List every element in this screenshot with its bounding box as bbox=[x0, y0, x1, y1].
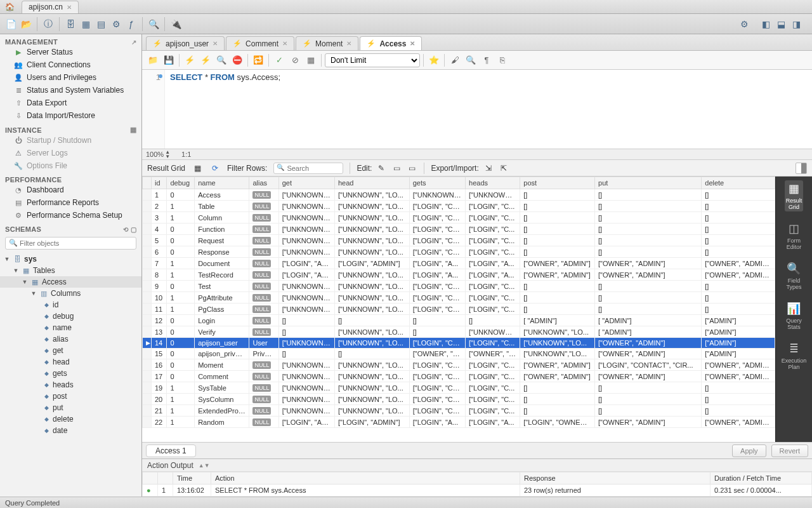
close-icon[interactable]: ✕ bbox=[410, 40, 415, 47]
sidebar-item[interactable]: ⇩Data Import/Restore bbox=[5, 109, 136, 122]
output-selector-icon[interactable]: ▲▼ bbox=[199, 462, 210, 469]
table-row[interactable]: 160MomentNULL["UNKNOWN"...["UNKNOWN", "L… bbox=[143, 359, 775, 371]
revert-button[interactable]: Revert bbox=[771, 444, 808, 457]
collapse-icon[interactable]: ↗ bbox=[131, 39, 136, 46]
sidebar-item[interactable]: ⏻Startup / Shutdown bbox=[5, 134, 136, 147]
grid-side-btn[interactable]: 📊Query Stats bbox=[785, 300, 803, 331]
table-row[interactable]: 150apijson_privacyPrivacy[][]["OWNER", "… bbox=[143, 349, 775, 359]
search-icon[interactable]: 🔍 bbox=[147, 17, 160, 31]
tree-tables[interactable]: ▼ ▦ Tables bbox=[0, 265, 141, 276]
grid-column-header[interactable]: get bbox=[278, 177, 334, 189]
table-row[interactable]: 40FunctionNULL["UNKNOWN"...["UNKNOWN", "… bbox=[143, 224, 775, 235]
tree-column[interactable]: ◆debug bbox=[0, 311, 141, 322]
tree-column[interactable]: ◆date bbox=[0, 425, 141, 436]
wrap-icon[interactable]: ¶ bbox=[480, 53, 494, 67]
close-icon[interactable]: ✕ bbox=[213, 40, 218, 47]
autocommit-icon[interactable]: ✓ bbox=[272, 53, 286, 67]
table-icon[interactable]: ▦ bbox=[79, 17, 93, 31]
table-row[interactable]: 21TableNULL["UNKNOWN"...["UNKNOWN", "LO.… bbox=[143, 201, 775, 212]
refresh-icon[interactable]: ⟳ bbox=[209, 163, 221, 174]
table-row[interactable]: 81TestRecordNULL["LOGIN", "AD...["UNKNOW… bbox=[143, 269, 775, 281]
table-row[interactable]: 201SysColumnNULL["UNKNOWN"...["UNKNOWN",… bbox=[143, 394, 775, 405]
func-icon[interactable]: ƒ bbox=[124, 17, 138, 31]
grid-column-header[interactable]: alias bbox=[249, 177, 278, 189]
apply-button[interactable]: Apply bbox=[732, 444, 766, 457]
open-icon[interactable]: 📁 bbox=[146, 53, 160, 67]
table-row[interactable]: 191SysTableNULL["UNKNOWN"...["UNKNOWN", … bbox=[143, 382, 775, 394]
panel-bottom-icon[interactable]: ⬓ bbox=[774, 17, 788, 31]
tree-column[interactable]: ◆heads bbox=[0, 379, 141, 391]
rollback-icon[interactable]: ⊘ bbox=[288, 53, 302, 67]
grid-column-header[interactable] bbox=[143, 177, 152, 189]
sidebar-item[interactable]: 👥Client Connections bbox=[5, 58, 136, 71]
table-row[interactable]: 221RandomNULL["LOGIN", "AD...["LOGIN", "… bbox=[143, 417, 775, 428]
beautify-icon[interactable]: 🖌 bbox=[448, 53, 462, 67]
table-row[interactable]: 71DocumentNULL["LOGIN", "AD...["LOGIN", … bbox=[143, 258, 775, 269]
find-icon[interactable]: 🔍 bbox=[464, 53, 478, 67]
tree-column[interactable]: ◆post bbox=[0, 391, 141, 402]
grid-icon[interactable]: ▦ bbox=[192, 163, 203, 174]
table-row[interactable]: 31ColumnNULL["UNKNOWN"...["UNKNOWN", "LO… bbox=[143, 212, 775, 224]
close-icon[interactable]: ✕ bbox=[67, 4, 72, 11]
connection-tab[interactable]: apijson.cn ✕ bbox=[22, 1, 79, 13]
table-row[interactable]: 101PgAttributeNULL["UNKNOWN"...["UNKNOWN… bbox=[143, 292, 775, 304]
tree-column[interactable]: ◆head bbox=[0, 356, 141, 368]
grid-column-header[interactable]: id bbox=[152, 177, 167, 189]
close-icon[interactable]: ✕ bbox=[282, 40, 287, 47]
close-icon[interactable]: ✕ bbox=[346, 40, 351, 47]
grid-column-header[interactable]: heads bbox=[466, 177, 520, 189]
sidebar-item[interactable]: 🔧Options File bbox=[5, 159, 136, 172]
sidebar-item[interactable]: ▤Performance Reports bbox=[5, 196, 136, 209]
limit-select[interactable]: Don't Limit bbox=[325, 53, 420, 67]
sidebar-item[interactable]: ◔Dashboard bbox=[5, 184, 136, 196]
schema-icon[interactable]: 🗄 bbox=[63, 17, 77, 31]
table-row[interactable]: 130VerifyNULL[]["UNKNOWN", "LO...[]["UNK… bbox=[143, 326, 775, 338]
grid-column-header[interactable]: delete bbox=[702, 177, 775, 189]
commit-icon[interactable]: 🔁 bbox=[251, 53, 265, 67]
table-row[interactable]: 111PgClassNULL["UNKNOWN"...["UNKNOWN", "… bbox=[143, 304, 775, 315]
table-row[interactable]: 50RequestNULL["UNKNOWN"...["UNKNOWN", "L… bbox=[143, 235, 775, 246]
grid-column-header[interactable]: head bbox=[334, 177, 409, 189]
sidebar-item[interactable]: ▶Server Status bbox=[5, 46, 136, 58]
table-row[interactable]: 120LoginNULL[][][][][ "ADMIN"][ "ADMIN"]… bbox=[143, 315, 775, 326]
tree-column[interactable]: ◆put bbox=[0, 402, 141, 413]
sidebar-item[interactable]: ≣Status and System Variables bbox=[5, 84, 136, 97]
delete-row-icon[interactable]: ▭ bbox=[406, 163, 417, 174]
grid-side-btn[interactable]: ◫Form Editor bbox=[785, 220, 803, 251]
edit-icon[interactable]: ✎ bbox=[376, 163, 387, 174]
execute-icon[interactable]: ⚡ bbox=[183, 53, 197, 67]
edit-row-icon[interactable]: ▭ bbox=[391, 163, 402, 174]
open-sql-icon[interactable]: 📂 bbox=[19, 17, 33, 31]
tree-column[interactable]: ◆gets bbox=[0, 368, 141, 379]
table-row[interactable]: ▶140apijson_userUser["UNKNOWN"...["UNKNO… bbox=[143, 338, 775, 349]
save-icon[interactable]: 💾 bbox=[162, 53, 176, 67]
tree-column[interactable]: ◆id bbox=[0, 299, 141, 311]
export-icon[interactable]: ⇲ bbox=[483, 163, 494, 174]
grid-tab[interactable]: Access 1 bbox=[146, 444, 196, 457]
file-tab[interactable]: ⚡Access✕ bbox=[360, 36, 422, 50]
new-sql-icon[interactable]: 📄 bbox=[4, 17, 18, 31]
execute-cursor-icon[interactable]: ⚡ bbox=[199, 53, 213, 67]
sidebar-item[interactable]: ⚙Performance Schema Setup bbox=[5, 209, 136, 222]
table-row[interactable]: 90TestNULL["UNKNOWN"...["UNKNOWN", "LO..… bbox=[143, 281, 775, 292]
tree-column[interactable]: ◆alias bbox=[0, 333, 141, 345]
sidebar-item[interactable]: ⇧Data Export bbox=[5, 97, 136, 109]
tree-column[interactable]: ◆name bbox=[0, 322, 141, 333]
grid-side-btn[interactable]: 🔍Field Types bbox=[785, 260, 802, 291]
reconnect-icon[interactable]: 🔌 bbox=[169, 17, 183, 31]
home-icon[interactable]: 🏠 bbox=[0, 3, 19, 11]
star-icon[interactable]: ⭐ bbox=[427, 53, 441, 67]
table-row[interactable]: 170CommentNULL["UNKNOWN"...["UNKNOWN", "… bbox=[143, 371, 775, 382]
table-row[interactable]: 60ResponseNULL["UNKNOWN"...["UNKNOWN", "… bbox=[143, 246, 775, 258]
grid-column-header[interactable]: name bbox=[195, 177, 249, 189]
file-tab[interactable]: ⚡Moment✕ bbox=[296, 36, 358, 50]
grid-column-header[interactable]: put bbox=[595, 177, 702, 189]
file-tab[interactable]: ⚡Comment✕ bbox=[226, 36, 294, 50]
panel-left-icon[interactable]: ◧ bbox=[759, 17, 773, 31]
invisible-icon[interactable]: ⎘ bbox=[495, 53, 509, 67]
inspector-icon[interactable]: ⓘ bbox=[41, 17, 55, 31]
toggle-icon[interactable]: ▦ bbox=[304, 53, 318, 67]
sql-editor[interactable]: 1 SELECT * FROM sys.Access; bbox=[142, 70, 812, 149]
grid-side-btn[interactable]: ▦Result Grid bbox=[785, 180, 804, 211]
tree-db[interactable]: ▼ 🗄 sys bbox=[0, 253, 141, 265]
